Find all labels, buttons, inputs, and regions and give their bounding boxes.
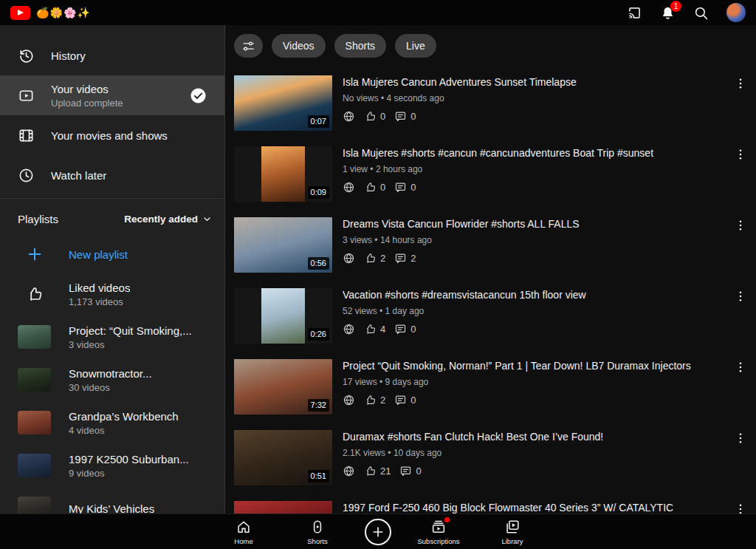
kebab-menu-icon (734, 361, 747, 374)
video-list-item[interactable]: 0:26 Vacation #shorts #dreamsvistacancun… (234, 288, 750, 344)
video-info: Project “Quit Smoking, Norman!” Part 1 |… (343, 359, 731, 415)
notifications-button[interactable]: 1 (660, 5, 676, 21)
sidebar-item-watch-later[interactable]: Watch later (0, 155, 224, 195)
video-options-button[interactable] (731, 359, 750, 376)
nav-label: Home (234, 537, 252, 545)
plus-icon (26, 245, 44, 263)
create-button[interactable] (365, 519, 391, 545)
watch-later-icon (18, 167, 35, 184)
playlist-sort-button[interactable]: Recently added (124, 214, 213, 225)
video-thumbnail[interactable]: 0:09 (234, 146, 332, 202)
duration-badge: 0:07 (308, 115, 329, 128)
like-icon (364, 110, 377, 123)
sidebar-divider (0, 198, 224, 199)
playlist-media (18, 411, 51, 434)
comments-stat: 0 (399, 465, 421, 477)
sidebar-item-history[interactable]: History (0, 35, 224, 75)
library-icon (504, 519, 520, 535)
nav-home[interactable]: Home (217, 519, 270, 545)
video-title[interactable]: Dreams Vista Cancun Flowrider #shorts AL… (343, 217, 728, 231)
new-playlist-button[interactable]: New playlist (0, 236, 224, 273)
youtube-app: 🍊🌼🌸✨ 1 (0, 0, 756, 549)
filter-chip-row: Videos Shorts Live (234, 34, 750, 58)
nav-library[interactable]: Library (486, 519, 539, 545)
comment-count: 2 (410, 253, 416, 264)
top-app-bar: 🍊🌼🌸✨ 1 (0, 0, 756, 25)
duration-badge: 0:56 (308, 257, 329, 270)
video-title[interactable]: Isla Mujeres #shorts #cancun #cancunadve… (343, 146, 728, 160)
video-list-item[interactable]: 0:51 Duramax #shorts Fan Clutch Hack! Be… (234, 430, 750, 485)
chevron-down-icon (202, 214, 213, 225)
profile-avatar[interactable] (726, 3, 746, 22)
filter-chip[interactable]: Live (395, 34, 436, 58)
video-options-button[interactable] (731, 430, 750, 447)
comment-count: 0 (410, 182, 416, 193)
sidebar-playlist-item[interactable]: Project: “Quit Smoking,... 3 videos (0, 316, 224, 358)
video-info: Duramax #shorts Fan Clutch Hack! Best On… (343, 430, 731, 485)
video-title[interactable]: Project “Quit Smoking, Norman!” Part 1 |… (343, 359, 728, 373)
video-options-button[interactable] (731, 75, 750, 92)
sidebar-playlist-item[interactable]: 1997 K2500 Suburban... 9 videos (0, 444, 224, 487)
video-stats: 2 2 (343, 252, 728, 265)
cast-button[interactable] (627, 5, 642, 21)
playlist-text: Project: “Quit Smoking,... 3 videos (69, 324, 192, 350)
likes-stat: 0 (364, 181, 385, 194)
filter-settings-chip[interactable] (234, 34, 263, 58)
video-options-button[interactable] (731, 217, 750, 234)
like-icon (364, 252, 377, 265)
visibility-stat (343, 394, 355, 406)
comment-icon (394, 110, 407, 123)
visibility-globe-icon (343, 181, 355, 194)
sidebar-item-your-videos[interactable]: Your videos Upload complete (0, 75, 224, 115)
playlist-text: 1997 K2500 Suburban... 9 videos (69, 453, 189, 479)
sidebar-playlist-item[interactable]: Grandpa’s Workbench 4 videos (0, 401, 224, 444)
video-title[interactable]: Duramax #shorts Fan Clutch Hack! Best On… (343, 430, 728, 444)
shorts-icon (309, 519, 326, 535)
video-options-button[interactable] (731, 288, 750, 305)
video-list-item[interactable]: 0:56 Dreams Vista Cancun Flowrider #shor… (234, 217, 750, 273)
nav-subscriptions[interactable]: Subscriptions (412, 519, 465, 545)
playlist-text: My Kids’ Vehicles (69, 502, 154, 515)
search-button[interactable] (693, 5, 709, 21)
video-thumbnail[interactable]: 0:07 (234, 75, 332, 131)
video-list-item[interactable]: 0:09 Isla Mujeres #shorts #cancun #cancu… (234, 146, 750, 202)
video-thumbnail[interactable]: 0:56 (234, 217, 332, 273)
video-stats: 0 0 (343, 110, 728, 123)
playlist-title: Project: “Quit Smoking,... (69, 324, 192, 337)
plus-icon (371, 525, 385, 539)
emoji-title: 🍊🌼🌸✨ (36, 7, 91, 18)
movies-icon (18, 127, 35, 144)
playlists-title: Playlists (18, 213, 58, 225)
comments-stat: 2 (394, 252, 416, 265)
kebab-menu-icon (734, 432, 747, 445)
video-info: Isla Mujeres #shorts #cancun #cancunadve… (343, 146, 731, 202)
sidebar-item-liked-videos[interactable]: Liked videos 1,173 videos (0, 273, 224, 316)
video-thumbnail[interactable]: 0:51 (234, 430, 332, 485)
video-list-item[interactable]: 0:07 Isla Mujeres Cancun Adventures Suns… (234, 75, 750, 131)
visibility-stat (343, 110, 355, 123)
duration-badge: 7:32 (308, 399, 329, 412)
video-title[interactable]: Vacation #shorts #dreamsvistacancun 15th… (343, 288, 728, 302)
home-icon (236, 519, 252, 535)
video-thumbnail[interactable]: 7:32 (234, 359, 332, 415)
video-title[interactable]: Isla Mujeres Cancun Adventures Sunset Ti… (343, 75, 728, 89)
video-options-button[interactable] (731, 146, 750, 163)
video-list-item[interactable]: 7:32 Project “Quit Smoking, Norman!” Par… (234, 359, 750, 415)
sidebar-playlist-item[interactable]: Snowmotractor... 30 videos (0, 358, 224, 401)
playlist-title: My Kids’ Vehicles (69, 502, 154, 515)
youtube-logo[interactable] (10, 6, 30, 20)
sidebar-item-movies[interactable]: Your movies and shows (0, 115, 224, 155)
video-meta: 52 views • 1 day ago (343, 306, 728, 316)
comments-stat: 0 (394, 323, 416, 335)
filter-chip[interactable]: Shorts (334, 34, 386, 58)
search-icon (693, 5, 709, 21)
nav-shorts[interactable]: Shorts (291, 519, 344, 545)
video-thumbnail[interactable]: 0:26 (234, 288, 332, 344)
sidebar-item-label: Watch later (51, 169, 106, 182)
kebab-menu-icon (734, 219, 747, 232)
comments-stat: 0 (394, 394, 416, 406)
topbar-right: 1 (627, 3, 746, 22)
playlist-thumbnail (18, 368, 51, 392)
filter-chip[interactable]: Videos (272, 34, 326, 58)
like-icon (364, 323, 377, 335)
